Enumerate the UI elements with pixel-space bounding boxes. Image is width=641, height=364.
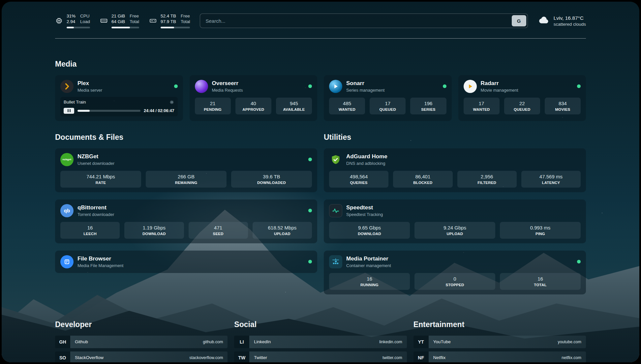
- nzbget-stats: 744.21 Mbps RATE 266 GB REMAINING 39.6 T…: [60, 171, 312, 188]
- qbittorrent-stat-leech: 16 LEECH: [60, 222, 120, 239]
- sonarr-card: Sonarr Series management 485 WANTED 17 Q…: [324, 75, 452, 121]
- youtube-abbr-icon: YT: [413, 336, 429, 348]
- sonarr-stat-series: 196 SERIES: [410, 98, 446, 114]
- adguard-subtitle: DNS and adblocking: [346, 161, 387, 166]
- plex-subtitle: Media server: [77, 88, 102, 93]
- bookmark-netflix[interactable]: NF Netflix netflix.com: [413, 351, 586, 362]
- disk-free-value: 52.4 TB: [161, 14, 176, 19]
- cpu-load-label: Load: [80, 19, 90, 25]
- dashboard-content: 31% 2.94 CPU Load: [55, 2, 586, 362]
- system-metrics: 31% 2.94 CPU Load: [55, 14, 190, 28]
- cpu-usage-bar: [67, 27, 90, 28]
- nzbget-icon: nzbget: [60, 153, 74, 166]
- bookmark-stackoverflow[interactable]: SO StackOverflow stackoverflow.com: [55, 351, 228, 362]
- filebrowser-subtitle: Media File Management: [77, 263, 123, 268]
- disk-usage-bar-fill: [161, 27, 174, 28]
- qbittorrent-stats: 16 LEECH 1.19 Gbps DOWNLOAD 471 SEED: [60, 222, 312, 239]
- stackoverflow-abbr-icon: SO: [55, 351, 70, 362]
- adguard-title: AdGuard Home: [346, 153, 387, 160]
- ram-metric: 21 GiB 64 GiB Free Total: [100, 14, 139, 28]
- adguard-card: AdGuard Home DNS and adblocking 498,564 …: [324, 148, 586, 192]
- section-heading-developer: Developer: [55, 320, 228, 329]
- plex-now-playing: Bullet Train 24:44 / 0: [60, 97, 178, 116]
- ram-free-label: Free: [130, 14, 139, 19]
- qbittorrent-title: qBittorrent: [77, 204, 114, 211]
- ram-usage-bar: [111, 27, 139, 28]
- nzbget-status-dot: [308, 158, 312, 161]
- plex-now-playing-title: Bullet Train: [64, 100, 86, 105]
- portainer-card: Media Portainer Container management 16 …: [324, 251, 586, 294]
- section-heading-documents: Documents & Files: [55, 133, 317, 142]
- qbittorrent-icon: qb: [60, 204, 74, 217]
- pause-button[interactable]: [64, 108, 74, 114]
- plex-status-dot: [174, 84, 178, 88]
- nzbget-subtitle: Usenet downloader: [77, 161, 114, 166]
- adguard-stats: 498,564 QUERIES 86,401 BLOCKED 2,956 FIL…: [329, 171, 581, 188]
- weather-condition: scattered clouds: [554, 22, 586, 27]
- top-bar: 31% 2.94 CPU Load: [55, 14, 586, 28]
- adguard-stat-blocked: 86,401 BLOCKED: [393, 171, 452, 188]
- disk-total-value: 97.9 TB: [161, 19, 176, 25]
- cpu-load-value: 2.94: [67, 19, 76, 25]
- disk-icon: [149, 17, 157, 25]
- developer-column: Developer GH Github github.com SO StackO…: [55, 320, 228, 362]
- cpu-icon: [55, 17, 63, 25]
- entertainment-column: Entertainment YT YouTube youtube.com NF …: [413, 320, 586, 362]
- speedtest-stat-upload: 9.24 Gbps UPLOAD: [414, 222, 495, 239]
- sonarr-subtitle: Series management: [346, 88, 384, 93]
- qbittorrent-subtitle: Torrent downloader: [77, 212, 114, 217]
- portainer-crane-icon: [329, 255, 342, 268]
- radarr-stat-queued: 22 QUEUED: [504, 98, 540, 114]
- portainer-app-link[interactable]: Media Portainer Container management: [329, 255, 581, 268]
- github-abbr-icon: GH: [55, 336, 70, 348]
- netflix-abbr-icon: NF: [413, 351, 429, 362]
- bookmark-twitter[interactable]: TW Twitter twitter.com: [234, 351, 407, 362]
- search-provider-button[interactable]: G: [512, 15, 526, 26]
- radarr-card: Radarr Movie management 17 WANTED 22 QUE…: [458, 75, 586, 121]
- portainer-stat-stopped: 0 STOPPED: [414, 273, 495, 290]
- dashboard-screen: 31% 2.94 CPU Load: [2, 2, 639, 362]
- qbittorrent-app-link[interactable]: qb qBittorrent Torrent downloader: [60, 204, 312, 217]
- sonarr-stat-wanted: 485 WANTED: [329, 98, 365, 114]
- speedtest-stat-download: 9.65 Gbps DOWNLOAD: [329, 222, 410, 239]
- header-divider: [55, 38, 586, 39]
- plex-progress-bar[interactable]: [77, 110, 140, 112]
- weather-widget: Lviv, 16.87°C scattered clouds: [538, 14, 586, 27]
- speedtest-app-link[interactable]: Speedtest Speedtest Tracking: [329, 204, 581, 217]
- nzbget-card: nzbget NZBGet Usenet downloader 744.21 M…: [55, 148, 317, 192]
- ram-free-value: 21 GiB: [111, 14, 125, 19]
- radarr-app-link[interactable]: Radarr Movie management: [464, 80, 581, 93]
- bookmark-linkedin[interactable]: LI LinkedIn linkedin.com: [234, 336, 407, 348]
- portainer-status-dot: [577, 260, 581, 263]
- overseerr-stat-approved: 40 APPROVED: [235, 98, 271, 114]
- filebrowser-app-link[interactable]: File Browser Media File Management: [60, 255, 312, 268]
- section-heading-utilities: Utilities: [324, 133, 586, 142]
- overseerr-icon: [195, 80, 208, 93]
- sonarr-title: Sonarr: [346, 80, 384, 87]
- plex-playback-time: 24:44 / 02:06:47: [144, 108, 174, 113]
- overseerr-app-link[interactable]: Overseerr Media Requests: [195, 80, 312, 93]
- plex-app-link[interactable]: Plex Media server: [60, 80, 178, 93]
- ram-usage-bar-fill: [111, 27, 130, 28]
- linkedin-abbr-icon: LI: [234, 336, 249, 348]
- adguard-stat-queries: 498,564 QUERIES: [329, 171, 388, 188]
- radarr-stat-wanted: 17 WANTED: [464, 98, 500, 114]
- ram-total-value: 64 GiB: [111, 19, 125, 25]
- speedtest-subtitle: Speedtest Tracking: [346, 212, 383, 217]
- adguard-app-link[interactable]: AdGuard Home DNS and adblocking: [329, 153, 581, 166]
- bookmark-youtube[interactable]: YT YouTube youtube.com: [413, 336, 586, 348]
- search-input[interactable]: [200, 14, 510, 28]
- overseerr-title: Overseerr: [212, 80, 243, 87]
- disk-total-label: Total: [181, 19, 190, 25]
- sonarr-stats: 485 WANTED 17 QUEUED 196 SERIES: [329, 98, 446, 114]
- cpu-metric: 31% 2.94 CPU Load: [55, 14, 90, 28]
- bookmark-github[interactable]: GH Github github.com: [55, 336, 228, 348]
- filebrowser-icon: [60, 255, 74, 268]
- qbittorrent-card: qb qBittorrent Torrent downloader 16: [55, 199, 317, 243]
- portainer-stats: 16 RUNNING 0 STOPPED 16 TOTAL: [329, 273, 581, 290]
- nzbget-app-link[interactable]: nzbget NZBGet Usenet downloader: [60, 153, 312, 166]
- gear-icon[interactable]: [169, 100, 174, 105]
- bookmarks-grid: Developer GH Github github.com SO StackO…: [55, 320, 586, 362]
- filebrowser-title: File Browser: [77, 256, 123, 262]
- sonarr-app-link[interactable]: Sonarr Series management: [329, 80, 446, 93]
